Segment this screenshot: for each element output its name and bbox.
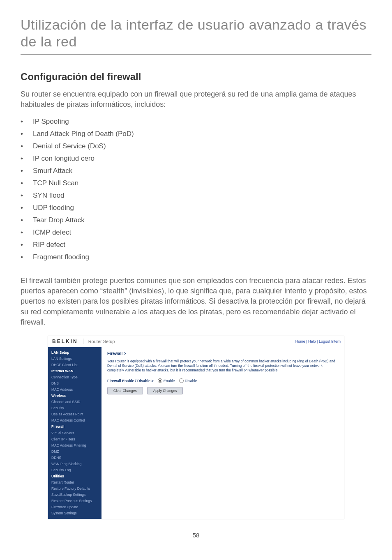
list-item: TCP Null Scan	[21, 177, 371, 189]
router-sidebar: LAN Setup LAN Settings DHCP Client List …	[48, 347, 101, 519]
sidebar-item[interactable]: WAN Ping Blocking	[48, 461, 101, 467]
apply-changes-button[interactable]: Apply Changes	[147, 387, 183, 394]
breadcrumb: Firewall >	[107, 351, 338, 356]
sidebar-item[interactable]: DMZ	[48, 449, 101, 455]
list-item: Fragment flooding	[21, 251, 371, 263]
router-header: BELKIN Router Setup Home | Help | Logout…	[48, 336, 344, 347]
list-item: UDP flooding	[21, 202, 371, 214]
intro-paragraph: Su router se encuentra equipado con un f…	[21, 89, 371, 110]
list-item: IP con longitud cero	[21, 152, 371, 165]
router-ui-screenshot: BELKIN Router Setup Home | Help | Logout…	[48, 336, 344, 519]
button-row: Clear Changes Apply Changes	[107, 387, 338, 394]
description-paragraph: El firewall también protege puertos comu…	[21, 276, 371, 327]
list-item: RIP defect	[21, 239, 371, 251]
sidebar-item-firewall[interactable]: Firewall	[48, 424, 101, 430]
router-main: Firewall > Your Router is equipped with …	[101, 347, 344, 519]
list-item: Tear Drop Attack	[21, 214, 371, 226]
radio-icon	[158, 378, 162, 383]
sidebar-item[interactable]: DDNS	[48, 455, 101, 461]
radio-enable[interactable]: Enable	[158, 378, 175, 383]
sidebar-item: LAN Setup	[48, 350, 101, 356]
list-item: IP Spoofing	[21, 115, 371, 128]
sidebar-item[interactable]: Save/Backup Settings	[48, 492, 101, 498]
firewall-enable-row: Firewall Enable / Disable > Enable Disab…	[107, 378, 338, 383]
list-item: Land Attack Ping of Death (PoD)	[21, 128, 371, 140]
sidebar-item[interactable]: Virtual Servers	[48, 430, 101, 436]
sidebar-item[interactable]: DHCP Client List	[48, 362, 101, 368]
list-item: Smurf Attack	[21, 165, 371, 177]
sidebar-item[interactable]: MAC Address Control	[48, 417, 101, 424]
sidebar-item[interactable]: DNS	[48, 380, 101, 387]
firewall-description: Your Router is equipped with a firewall …	[107, 359, 338, 373]
section-title: Configuración del firewall	[21, 71, 371, 83]
firewall-toggle-label: Firewall Enable / Disable >	[107, 379, 154, 383]
page-number: 58	[21, 532, 371, 539]
list-item: Denial of Service (DoS)	[21, 140, 371, 152]
sidebar-item[interactable]: System Settings	[48, 510, 101, 516]
sidebar-item[interactable]: Firmware Update	[48, 504, 101, 510]
sidebar-item[interactable]: MAC Address Filtering	[48, 442, 101, 449]
radio-icon	[179, 378, 184, 383]
top-links[interactable]: Home | Help | Logout Intern	[295, 339, 341, 343]
belkin-logo: BELKIN	[52, 339, 83, 344]
list-item: ICMP defect	[21, 226, 371, 239]
sidebar-item[interactable]: Restore Factory Defaults	[48, 486, 101, 492]
router-setup-label: Router Setup	[83, 339, 115, 344]
sidebar-item[interactable]: Channel and SSID	[48, 399, 101, 405]
sidebar-item[interactable]: MAC Address	[48, 387, 101, 393]
sidebar-item[interactable]: Restore Previous Settings	[48, 498, 101, 504]
sidebar-item[interactable]: Security	[48, 405, 101, 411]
clear-changes-button[interactable]: Clear Changes	[107, 387, 143, 394]
attack-list: IP Spoofing Land Attack Ping of Death (P…	[21, 115, 371, 263]
sidebar-item[interactable]: Connection Type	[48, 374, 101, 380]
sidebar-item: Utilities	[48, 473, 101, 479]
radio-enable-label: Enable	[164, 379, 175, 383]
list-item: SYN flood	[21, 189, 371, 202]
sidebar-item[interactable]: Restart Router	[48, 479, 101, 486]
sidebar-item: Wireless	[48, 393, 101, 399]
sidebar-item[interactable]: Client IP Filters	[48, 436, 101, 442]
sidebar-item: Internet WAN	[48, 368, 101, 374]
page-title: Utilización de la interfaz de usuario av…	[21, 16, 371, 50]
sidebar-item[interactable]: Security Log	[48, 467, 101, 473]
radio-disable-label: Disable	[185, 379, 197, 383]
radio-disable[interactable]: Disable	[179, 378, 197, 383]
divider	[21, 54, 371, 55]
sidebar-item[interactable]: LAN Settings	[48, 356, 101, 362]
sidebar-item[interactable]: Use as Access Point	[48, 411, 101, 417]
